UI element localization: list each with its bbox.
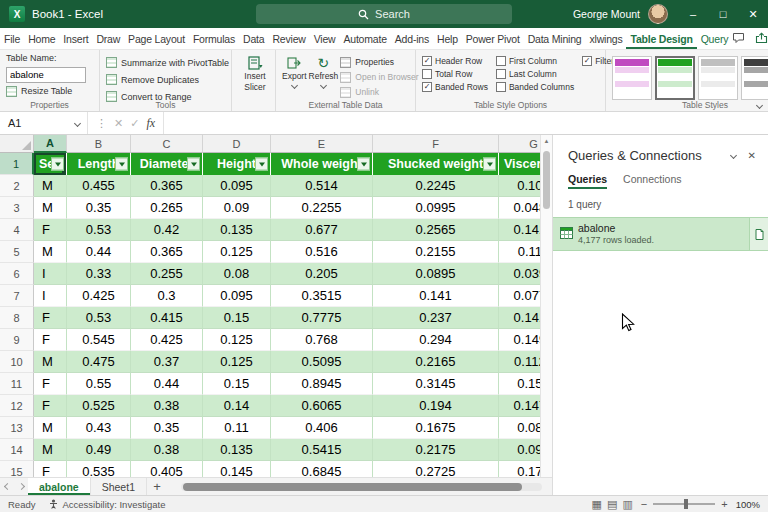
cell-C6[interactable]: 0.255 — [131, 263, 203, 285]
cell-F14[interactable]: 0.2175 — [373, 439, 499, 461]
comments-icon[interactable] — [732, 30, 745, 48]
cell-E13[interactable]: 0.406 — [271, 417, 373, 439]
open-in-browser-button[interactable]: Open in Browser — [340, 70, 418, 84]
cell-A7[interactable]: I — [34, 285, 67, 307]
row-header-14[interactable]: 14 — [0, 439, 34, 461]
cell-B11[interactable]: 0.55 — [67, 373, 131, 395]
cell-G10[interactable]: 0.1125 — [499, 351, 540, 373]
cell-B9[interactable]: 0.545 — [67, 329, 131, 351]
cell-F15[interactable]: 0.2725 — [373, 461, 499, 477]
cell-F4[interactable]: 0.2565 — [373, 219, 499, 241]
row-header-4[interactable]: 4 — [0, 219, 34, 241]
cell-E4[interactable]: 0.677 — [271, 219, 373, 241]
cell-A9[interactable]: F — [34, 329, 67, 351]
close-button[interactable]: ✕ — [738, 0, 768, 28]
sheet-tab-abalone[interactable]: abalone — [28, 478, 91, 495]
cell-B15[interactable]: 0.535 — [67, 461, 131, 477]
cell-G1[interactable]: Viscera weight — [499, 153, 540, 175]
cell-F12[interactable]: 0.194 — [373, 395, 499, 417]
cell-C14[interactable]: 0.38 — [131, 439, 203, 461]
row-header-9[interactable]: 9 — [0, 329, 34, 351]
row-header-8[interactable]: 8 — [0, 307, 34, 329]
table-style-dark-table-style[interactable] — [741, 56, 768, 100]
cell-D15[interactable]: 0.145 — [203, 461, 271, 477]
cell-G11[interactable]: 0.151 — [499, 373, 540, 395]
cell-B3[interactable]: 0.35 — [67, 197, 131, 219]
cell-E2[interactable]: 0.514 — [271, 175, 373, 197]
cell-F5[interactable]: 0.2155 — [373, 241, 499, 263]
table-name-input[interactable] — [6, 67, 86, 83]
filter-button-A[interactable] — [51, 158, 64, 171]
cell-B1[interactable]: Length — [67, 153, 131, 175]
ribbon-tab-file[interactable]: File — [0, 28, 24, 49]
cell-C5[interactable]: 0.365 — [131, 241, 203, 263]
ribbon-tab-table-design[interactable]: Table Design — [626, 28, 696, 49]
panel-close-icon[interactable]: ✕ — [748, 150, 756, 161]
cell-D12[interactable]: 0.14 — [203, 395, 271, 417]
ribbon-tab-automate[interactable]: Automate — [339, 28, 390, 49]
row-header-12[interactable]: 12 — [0, 395, 34, 417]
cell-A4[interactable]: F — [34, 219, 67, 241]
cell-F3[interactable]: 0.0995 — [373, 197, 499, 219]
checkbox-first-column[interactable]: First Column — [496, 56, 574, 66]
row-header-6[interactable]: 6 — [0, 263, 34, 285]
ribbon-tab-draw[interactable]: Draw — [92, 28, 124, 49]
cell-D6[interactable]: 0.08 — [203, 263, 271, 285]
cell-G3[interactable]: 0.0485 — [499, 197, 540, 219]
cell-C4[interactable]: 0.42 — [131, 219, 203, 241]
cell-D5[interactable]: 0.125 — [203, 241, 271, 263]
row-header-15[interactable]: 15 — [0, 461, 34, 477]
ribbon-tab-xlwings[interactable]: xlwings — [585, 28, 626, 49]
cell-D4[interactable]: 0.135 — [203, 219, 271, 241]
select-all-corner[interactable] — [0, 135, 34, 153]
cell-G7[interactable]: 0.0775 — [499, 285, 540, 307]
cell-G14[interactable]: 0.095 — [499, 439, 540, 461]
column-header-B[interactable]: B — [67, 135, 131, 153]
cell-B5[interactable]: 0.44 — [67, 241, 131, 263]
cell-A3[interactable]: M — [34, 197, 67, 219]
cell-B10[interactable]: 0.475 — [67, 351, 131, 373]
panel-tab-queries[interactable]: Queries — [568, 173, 607, 189]
filter-button-E[interactable] — [357, 158, 370, 171]
cell-A5[interactable]: M — [34, 241, 67, 263]
sheet-nav-left-icon[interactable] — [0, 478, 14, 495]
cell-E15[interactable]: 0.6845 — [271, 461, 373, 477]
cell-C15[interactable]: 0.405 — [131, 461, 203, 477]
ribbon-tab-review[interactable]: Review — [268, 28, 309, 49]
export-button[interactable]: Export — [282, 53, 307, 99]
cell-B2[interactable]: 0.455 — [67, 175, 131, 197]
cell-C11[interactable]: 0.44 — [131, 373, 203, 395]
checkbox-header-row[interactable]: Header Row — [422, 56, 488, 66]
cell-G12[interactable]: 0.1475 — [499, 395, 540, 417]
cell-E6[interactable]: 0.205 — [271, 263, 373, 285]
cell-B13[interactable]: 0.43 — [67, 417, 131, 439]
column-header-G[interactable]: G — [499, 135, 540, 153]
cell-A13[interactable]: M — [34, 417, 67, 439]
cell-A14[interactable]: M — [34, 439, 67, 461]
table-style-green-table-style[interactable] — [655, 56, 695, 100]
cell-C12[interactable]: 0.38 — [131, 395, 203, 417]
ribbon-tab-view[interactable]: View — [310, 28, 340, 49]
formula-bar-handle-icon[interactable] — [96, 117, 107, 130]
sheet-tab-sheet1[interactable]: Sheet1 — [91, 478, 147, 495]
cell-F8[interactable]: 0.237 — [373, 307, 499, 329]
table-style-pink-table-style[interactable] — [612, 56, 652, 100]
ribbon-tab-formulas[interactable]: Formulas — [189, 28, 239, 49]
cell-E14[interactable]: 0.5415 — [271, 439, 373, 461]
row-header-13[interactable]: 13 — [0, 417, 34, 439]
column-header-F[interactable]: F — [373, 135, 499, 153]
cell-B4[interactable]: 0.53 — [67, 219, 131, 241]
cell-E8[interactable]: 0.7775 — [271, 307, 373, 329]
zoom-out-icon[interactable]: − — [641, 498, 647, 510]
checkbox-banded-rows[interactable]: Banded Rows — [422, 82, 488, 92]
cell-D10[interactable]: 0.125 — [203, 351, 271, 373]
minimize-button[interactable]: – — [678, 0, 708, 28]
cell-D14[interactable]: 0.135 — [203, 439, 271, 461]
checkbox-total-row[interactable]: Total Row — [422, 69, 488, 79]
row-header-7[interactable]: 7 — [0, 285, 34, 307]
cell-E7[interactable]: 0.3515 — [271, 285, 373, 307]
cell-D3[interactable]: 0.09 — [203, 197, 271, 219]
refresh-button[interactable]: ↻ Refresh — [309, 53, 339, 99]
cell-A11[interactable]: F — [34, 373, 67, 395]
panel-tab-connections[interactable]: Connections — [623, 173, 681, 189]
